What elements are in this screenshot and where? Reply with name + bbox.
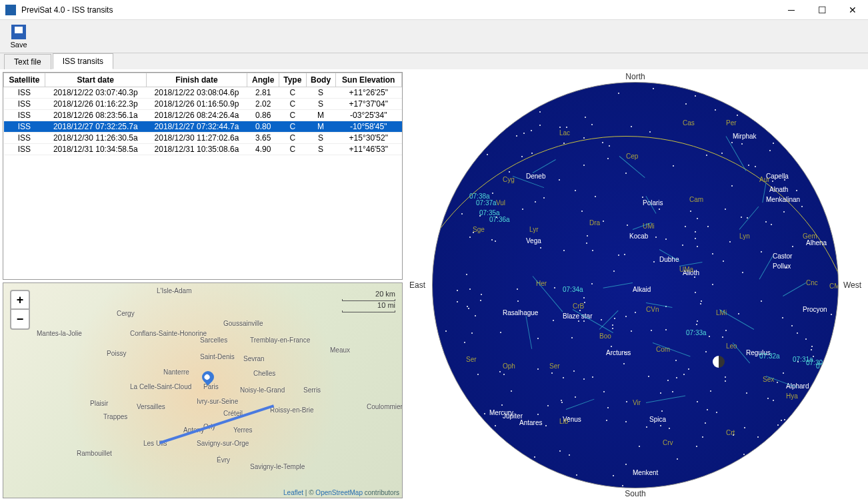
star-dot [559, 127, 561, 128]
star-dot [743, 454, 745, 455]
star-dot [516, 135, 517, 137]
star-label: Alhena [806, 239, 827, 247]
map-place-label: Poissy [107, 350, 126, 357]
maximize-button[interactable]: ☐ [807, 0, 837, 20]
sky-chart[interactable]: DenebVegaPolarisKocabDubheAliothAlkaidRa… [432, 82, 839, 488]
star-dot [534, 456, 535, 458]
zoom-out-button[interactable]: − [11, 310, 29, 328]
table-row[interactable]: ISS2018/12/27 07:32:25.7a2018/12/27 07:3… [4, 121, 402, 133]
star-dot [697, 246, 698, 247]
star-dot [521, 156, 523, 157]
star-dot [757, 436, 759, 438]
app-icon [5, 5, 16, 15]
map-place-label: Meaux [330, 346, 350, 354]
table-row[interactable]: ISS2018/12/26 01:16:22.3p2018/12/26 01:1… [4, 99, 402, 110]
table-row[interactable]: ISS2018/12/30 11:26:30.5a2018/12/30 11:2… [4, 133, 402, 144]
table-row[interactable]: ISS2018/12/22 03:07:40.3p2018/12/22 03:0… [4, 87, 402, 99]
col-type[interactable]: Type [279, 73, 306, 87]
star-dot [479, 215, 481, 217]
star-dot [614, 318, 615, 319]
star-dot [606, 420, 607, 421]
star-dot [607, 158, 609, 159]
star-label: Procyon [803, 306, 827, 313]
col-finish-date[interactable]: Finish date [146, 73, 247, 87]
constellation-label: CrB [573, 302, 584, 310]
star-dot [543, 197, 545, 199]
star-dot [559, 179, 560, 181]
star-dot [777, 382, 778, 383]
tab-iss-transits[interactable]: ISS transits [53, 53, 113, 69]
star-label: Castor [773, 252, 792, 260]
star-dot [777, 424, 779, 426]
map-place-label: Savigny-sur-Orge [197, 440, 249, 447]
scale-mi: 10 mi [342, 301, 395, 309]
map-place-label: Chelles [253, 370, 275, 377]
star-dot [665, 239, 667, 240]
zoom-in-button[interactable]: + [11, 291, 29, 310]
close-button[interactable]: ✕ [837, 0, 868, 20]
star-dot [595, 196, 596, 197]
scale-control: 20 km 10 mi [342, 290, 395, 312]
map-background [3, 283, 402, 498]
star-dot [737, 115, 738, 116]
col-body[interactable]: Body [306, 73, 335, 87]
col-sun-elevation[interactable]: Sun Elevation [335, 73, 401, 87]
star-dot [531, 153, 533, 154]
star-dot [715, 109, 716, 111]
star-dot [571, 337, 573, 338]
star-dot [813, 356, 814, 357]
col-satellite[interactable]: Satellite [4, 73, 45, 87]
star-dot [609, 145, 610, 147]
star-dot [700, 303, 701, 304]
star-dot [682, 245, 683, 246]
star-label: Menkalinan [766, 196, 800, 203]
transit-table[interactable]: Satellite Start date Finish date Angle T… [3, 73, 402, 155]
constellation-label: Cep [626, 153, 638, 160]
star-dot [480, 300, 481, 301]
star-dot [581, 211, 583, 212]
star-dot [769, 150, 771, 151]
table-row[interactable]: ISS2018/12/31 10:34:58.5a2018/12/31 10:3… [4, 144, 402, 155]
star-dot [445, 330, 447, 332]
transit-time-label: 07:34a [563, 286, 583, 293]
constellation-label: Crv [663, 439, 673, 446]
cardinal-east: East [409, 280, 425, 290]
save-button[interactable]: Save [5, 25, 32, 49]
constellation-label: Oph [503, 362, 515, 370]
leaflet-map[interactable]: L'Isle-AdamCergyConflans-Sainte-Honorine… [3, 282, 403, 498]
constellation-label: Gem [803, 233, 817, 240]
minimize-button[interactable]: ─ [776, 0, 807, 20]
star-dot [625, 173, 627, 174]
star-dot [688, 368, 689, 370]
star-dot [707, 226, 709, 227]
star-label: Jupiter [503, 412, 523, 420]
star-dot [626, 401, 627, 402]
star-label: Mirphak [733, 133, 757, 140]
star-dot [653, 88, 654, 89]
table-row[interactable]: ISS2018/12/26 08:23:56.1a2018/12/26 08:2… [4, 110, 402, 121]
col-start-date[interactable]: Start date [45, 73, 146, 87]
star-dot [660, 425, 661, 426]
constellation-label: Ser [466, 356, 477, 363]
zoom-control: + − [10, 290, 30, 330]
star-dot [583, 137, 585, 139]
leaflet-link[interactable]: Leaflet [283, 489, 303, 496]
star-dot [796, 190, 797, 191]
tab-text-file[interactable]: Text file [4, 54, 51, 69]
constellation-label: Dra [589, 219, 600, 227]
osm-link[interactable]: OpenStreetMap [315, 489, 363, 496]
star-label: Rasalhague [503, 309, 538, 316]
col-angle[interactable]: Angle [247, 73, 279, 87]
star-dot [784, 179, 785, 181]
star-dot [461, 213, 463, 215]
transit-time-label: 07:32a [759, 352, 780, 360]
constellation-label: Lyn [739, 233, 750, 240]
star-dot [706, 155, 707, 156]
window-title: PreviSat 4.0 - ISS transits [21, 5, 776, 15]
constellation-label: Per [726, 119, 737, 127]
star-dot [661, 410, 663, 412]
star-dot [579, 310, 581, 311]
star-dot [566, 127, 567, 128]
star-dot [625, 316, 627, 317]
star-dot [539, 111, 541, 113]
